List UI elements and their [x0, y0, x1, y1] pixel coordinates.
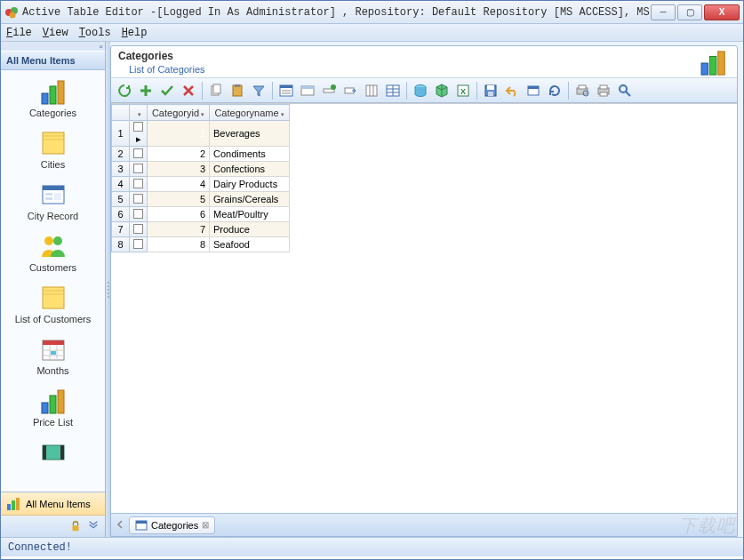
- toolbar-sql[interactable]: [411, 81, 430, 100]
- sidebar: × All Menu Items CategoriesCitiesCity Re…: [1, 42, 106, 537]
- row-number[interactable]: 5: [112, 192, 130, 207]
- toolbar-cube[interactable]: [432, 81, 452, 100]
- sidebar-item-customers[interactable]: Customers: [1, 228, 105, 280]
- cell-categoryname[interactable]: Produce: [210, 222, 290, 237]
- lock-icon[interactable]: [69, 520, 82, 532]
- close-button[interactable]: X: [704, 4, 740, 20]
- row-number[interactable]: 2: [112, 147, 130, 162]
- table-row[interactable]: 8 8Seafood: [112, 237, 290, 252]
- toolbar-columns[interactable]: [362, 81, 381, 100]
- toolbar-refresh[interactable]: [115, 81, 134, 100]
- row-number[interactable]: 1: [112, 121, 130, 147]
- toolbar-print[interactable]: [594, 81, 613, 100]
- table-row[interactable]: 5 5Grains/Cereals: [112, 192, 290, 207]
- toolbar-accept[interactable]: [157, 81, 177, 100]
- toolbar-insert-row[interactable]: [319, 81, 339, 100]
- sidebar-item-categories[interactable]: Categories: [1, 74, 105, 125]
- checkbox-icon[interactable]: [133, 179, 143, 188]
- maximize-button[interactable]: ▢: [677, 4, 702, 20]
- row-marker[interactable]: [130, 222, 148, 237]
- grid-col-categoryid[interactable]: Categoryid▾: [148, 105, 210, 121]
- row-marker[interactable]: [130, 147, 148, 162]
- toolbar-restore-layout[interactable]: [524, 81, 543, 100]
- checkbox-icon[interactable]: [133, 148, 143, 158]
- cell-categoryid[interactable]: 1: [148, 121, 210, 147]
- cell-categoryid[interactable]: 8: [148, 237, 210, 252]
- checkbox-icon[interactable]: [133, 209, 143, 219]
- cell-categoryid[interactable]: 5: [148, 192, 210, 207]
- grid-col-categoryname[interactable]: Categoryname▾: [210, 105, 290, 121]
- minimize-button[interactable]: ─: [651, 4, 676, 20]
- toolbar-save-layout[interactable]: [481, 81, 500, 100]
- chevrons-icon[interactable]: [87, 520, 100, 532]
- row-number[interactable]: 6: [112, 207, 130, 222]
- row-marker[interactable]: [130, 207, 148, 222]
- toolbar-filter[interactable]: [249, 81, 268, 100]
- svg-line-70: [626, 92, 630, 96]
- row-marker[interactable]: ▸: [130, 121, 148, 147]
- toolbar-add[interactable]: [136, 81, 156, 100]
- row-marker[interactable]: [130, 162, 148, 177]
- cell-categoryname[interactable]: Meat/Poultry: [210, 207, 290, 222]
- sidebar-close-strip[interactable]: ×: [1, 42, 105, 51]
- row-number[interactable]: 3: [112, 162, 130, 177]
- sidebar-item-city-record[interactable]: City Record: [1, 177, 105, 228]
- sidebar-bottom-all-menu-items[interactable]: All Menu Items: [1, 492, 105, 516]
- toolbar-view-2[interactable]: [298, 81, 317, 100]
- table-row[interactable]: 1 ▸1Beverages: [112, 121, 290, 147]
- row-number[interactable]: 8: [112, 237, 130, 252]
- cell-categoryname[interactable]: Confections: [210, 162, 290, 177]
- cell-categoryid[interactable]: 6: [148, 207, 210, 222]
- cell-categoryid[interactable]: 3: [148, 162, 210, 177]
- content-tab-categories[interactable]: Categories ⊠: [129, 516, 215, 534]
- cell-categoryname[interactable]: Dairy Products: [210, 177, 290, 192]
- toolbar-goto[interactable]: [340, 81, 360, 100]
- toolbar-undo[interactable]: [502, 81, 522, 100]
- row-number[interactable]: 4: [112, 177, 130, 192]
- table-row[interactable]: 4 4Dairy Products: [112, 177, 290, 192]
- menu-view[interactable]: View: [43, 27, 68, 39]
- toolbar-copy[interactable]: [206, 81, 226, 100]
- toolbar-form-view[interactable]: [276, 81, 296, 100]
- cell-categoryname[interactable]: Seafood: [210, 237, 290, 252]
- menu-tools[interactable]: Tools: [79, 27, 111, 39]
- row-marker[interactable]: [130, 177, 148, 192]
- cell-categoryid[interactable]: 4: [148, 177, 210, 192]
- data-grid[interactable]: ▾Categoryid▾Categoryname▾ 1 ▸1Beverages2…: [111, 103, 737, 513]
- menu-help[interactable]: Help: [122, 27, 148, 39]
- table-row[interactable]: 7 7Produce: [112, 222, 290, 237]
- tab-close-icon[interactable]: ⊠: [202, 520, 209, 530]
- checkbox-icon[interactable]: [133, 194, 143, 204]
- sidebar-item-partial[interactable]: [1, 435, 105, 474]
- cell-categoryid[interactable]: 7: [148, 222, 210, 237]
- cell-categoryname[interactable]: Grains/Cereals: [210, 192, 290, 207]
- tab-nav-left[interactable]: [115, 519, 125, 532]
- table-row[interactable]: 6 6Meat/Poultry: [112, 207, 290, 222]
- toolbar-paste[interactable]: [228, 81, 247, 100]
- cell-categoryname[interactable]: Condiments: [210, 147, 290, 162]
- sidebar-item-months[interactable]: Months: [1, 332, 105, 383]
- row-marker[interactable]: [130, 237, 148, 252]
- grid-checkbox-header[interactable]: ▾: [130, 105, 148, 121]
- toolbar-reload[interactable]: [545, 81, 564, 100]
- toolbar-grid-settings[interactable]: [383, 81, 403, 100]
- sidebar-item-cities[interactable]: Cities: [1, 125, 105, 177]
- toolbar-delete[interactable]: [179, 81, 198, 100]
- toolbar-find[interactable]: [615, 81, 635, 100]
- cell-categoryname[interactable]: Beverages: [210, 121, 290, 147]
- checkbox-icon[interactable]: [133, 239, 143, 249]
- table-row[interactable]: 2 2Condiments: [112, 147, 290, 162]
- sidebar-item-list-of-customers[interactable]: List of Customers: [1, 280, 105, 332]
- checkbox-icon[interactable]: [133, 224, 143, 234]
- row-marker[interactable]: [130, 192, 148, 207]
- checkbox-icon[interactable]: [133, 164, 143, 173]
- toolbar-export-excel[interactable]: X: [453, 81, 473, 100]
- menu-file[interactable]: File: [6, 27, 32, 39]
- grid-corner[interactable]: [112, 105, 130, 121]
- toolbar-print-preview[interactable]: [572, 81, 592, 100]
- row-number[interactable]: 7: [112, 222, 130, 237]
- sidebar-item-price-list[interactable]: Price List: [1, 383, 105, 435]
- checkbox-icon[interactable]: [133, 122, 143, 132]
- table-row[interactable]: 3 3Confections: [112, 162, 290, 177]
- cell-categoryid[interactable]: 2: [148, 147, 210, 162]
